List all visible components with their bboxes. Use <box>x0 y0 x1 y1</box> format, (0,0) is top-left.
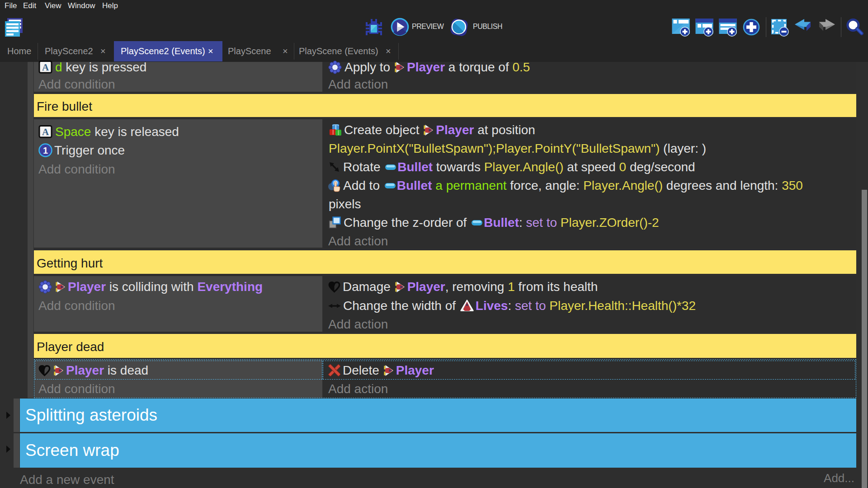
svg-text:1: 1 <box>43 145 48 155</box>
svg-text:A: A <box>42 127 49 137</box>
svg-text:A: A <box>42 62 49 73</box>
